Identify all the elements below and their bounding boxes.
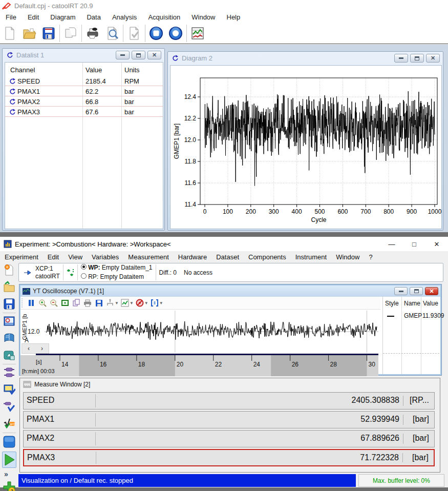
dropdown-caret-icon[interactable]: ▼ <box>159 301 163 305</box>
menu-data[interactable]: Data <box>81 12 106 22</box>
svg-text:20: 20 <box>177 361 184 368</box>
maximize-button[interactable] <box>410 287 423 295</box>
print-icon[interactable] <box>83 24 102 43</box>
measure-titlebar[interactable]: Measure Window [2] <box>20 378 440 391</box>
instrument-check-icon[interactable] <box>2 399 16 414</box>
new-experiment-icon[interactable] <box>2 263 16 277</box>
menu-variables[interactable]: Variables <box>87 252 123 262</box>
menu-components[interactable]: Components <box>244 252 291 262</box>
minimize-button[interactable]: — <box>380 237 403 251</box>
record-acquisition-icon[interactable] <box>166 24 185 43</box>
datalist-row[interactable]: PMAX2 66.8 bar <box>5 96 163 107</box>
open-experiment-icon[interactable] <box>2 280 16 294</box>
sidebar-more-chevrons[interactable]: » <box>4 470 8 478</box>
close-button[interactable]: ✕ <box>147 51 161 59</box>
maximize-button[interactable] <box>132 51 145 59</box>
svg-text:11.6: 11.6 <box>185 179 197 187</box>
datalist-row[interactable]: PMAX3 67.6 bar <box>5 107 163 117</box>
minimize-button[interactable] <box>394 287 408 295</box>
menu-measurement[interactable]: Measurement <box>123 252 173 262</box>
dropdown-caret-icon[interactable]: ▼ <box>130 301 134 305</box>
buffer-level-indicator: Max. buffer level: 0% <box>358 474 444 487</box>
close-button[interactable]: ✕ <box>426 54 440 63</box>
add-help-icon[interactable]: ? <box>2 480 16 491</box>
menu-edit[interactable]: Edit <box>43 252 63 262</box>
documentation-book-icon[interactable] <box>2 331 16 345</box>
save-experiment-icon[interactable] <box>2 297 16 311</box>
menu-experiment[interactable]: Experiment <box>0 252 43 262</box>
measure-row-pmax2[interactable]: PMAX2 67.889626 [bar] <box>23 430 435 447</box>
svg-text:12.2: 12.2 <box>184 115 197 122</box>
save-icon[interactable] <box>39 24 58 43</box>
minimize-button[interactable] <box>394 54 408 63</box>
connect-arrow-icon[interactable] <box>23 269 31 277</box>
close-button[interactable]: ✕ <box>425 287 438 295</box>
datalist-titlebar[interactable]: Datalist 1 ✕ <box>3 49 164 62</box>
save-icon[interactable] <box>93 298 104 308</box>
new-diagram-icon[interactable] <box>188 24 207 43</box>
new-icon[interactable] <box>0 24 19 43</box>
open-icon[interactable] <box>19 24 39 43</box>
experiment-titlebar[interactable]: Experiment: >Combustion< Hardware: >Work… <box>0 237 448 251</box>
menu-acquisition[interactable]: Acquisition <box>142 12 186 22</box>
zoom-out-icon[interactable] <box>48 298 59 308</box>
legend-series-name[interactable]: GMEP <box>404 312 422 319</box>
copy-icon[interactable] <box>71 298 82 308</box>
menu-help[interactable]: ? <box>364 252 377 262</box>
measure-row-pmax1[interactable]: PMAX1 52.939949 [bar] <box>23 411 435 428</box>
measure-row-pmax3[interactable]: PMAX3 71.722328 [bar] <box>23 449 435 466</box>
experiment-window: Experiment: >Combustion< Hardware: >Work… <box>0 237 448 487</box>
trend-display-icon[interactable] <box>119 298 131 308</box>
signal-select-icon[interactable] <box>104 298 116 308</box>
components-icon[interactable] <box>2 348 16 362</box>
menu-help[interactable]: Help <box>221 12 246 22</box>
instrument-panel-icon[interactable] <box>2 314 16 329</box>
scroll-left-icon[interactable]: ‹ <box>22 344 35 353</box>
oscilloscope-titlebar[interactable]: YT Oscilloscope (V7.1) [1] ✕ <box>20 285 440 297</box>
minimize-button[interactable] <box>116 51 130 59</box>
datalist-row[interactable]: PMAX1 62.2 bar <box>5 86 163 96</box>
menu-diagram[interactable]: Diagram <box>45 12 81 22</box>
svg-text:28: 28 <box>330 361 337 368</box>
connect-variables-icon[interactable] <box>2 365 16 380</box>
fit-view-icon[interactable] <box>59 298 71 308</box>
datalist-row[interactable]: SPEED 2185.4 RPM <box>5 76 163 86</box>
print-preview-icon[interactable] <box>102 24 122 43</box>
menu-instrument[interactable]: Instrument <box>291 252 331 262</box>
updown-arrows-icon[interactable] <box>67 268 74 278</box>
toolbar-separator <box>145 25 145 42</box>
close-button[interactable]: ✕ <box>425 237 448 251</box>
pause-icon[interactable] <box>26 298 37 308</box>
maximize-button[interactable]: □ <box>403 237 425 251</box>
wp-radio[interactable] <box>81 264 87 270</box>
stop-acquisition-icon[interactable] <box>146 24 166 43</box>
zoom-in-icon[interactable] <box>37 298 48 308</box>
menu-dataset[interactable]: Dataset <box>211 252 244 262</box>
maximize-button[interactable] <box>410 54 424 63</box>
scroll-right-icon[interactable]: › <box>35 344 49 353</box>
menu-file[interactable]: File <box>0 12 22 22</box>
rp-radio[interactable] <box>81 273 87 279</box>
catoolrt-titlebar[interactable]: Default.cpj - catoolRT 20.9 <box>0 0 448 11</box>
formula-check-icon[interactable]: a=b <box>2 416 16 430</box>
menu-analysis[interactable]: Analysis <box>106 12 142 22</box>
menu-view[interactable]: View <box>63 252 87 262</box>
start-measurement-icon[interactable] <box>2 452 16 468</box>
menu-hardware[interactable]: Hardware <box>174 252 211 262</box>
diagram-titlebar[interactable]: Diagram 2 ✕ <box>168 52 443 65</box>
validate-icon[interactable] <box>124 24 144 43</box>
measurement-display-check-icon[interactable] <box>2 382 16 397</box>
menu-edit[interactable]: Edit <box>22 12 45 22</box>
dropdown-caret-icon[interactable]: ▼ <box>144 301 148 305</box>
osc-time-scrollbar[interactable]: ‹ › <box>22 343 49 354</box>
copy-icon[interactable] <box>61 24 80 43</box>
osc-time-ruler[interactable]: 141618202224262830 <box>20 355 378 376</box>
measure-row-speed[interactable]: SPEED 2405.308838 [RP... <box>23 392 435 410</box>
menu-window[interactable]: Window <box>186 12 221 22</box>
recorder-off-icon[interactable] <box>134 298 145 308</box>
layout-panels-icon[interactable] <box>149 298 160 308</box>
stop-measurement-icon[interactable] <box>2 435 16 449</box>
dropdown-caret-icon[interactable]: ▼ <box>115 301 119 305</box>
menu-window[interactable]: Window <box>331 252 364 262</box>
print-icon[interactable] <box>82 298 93 308</box>
